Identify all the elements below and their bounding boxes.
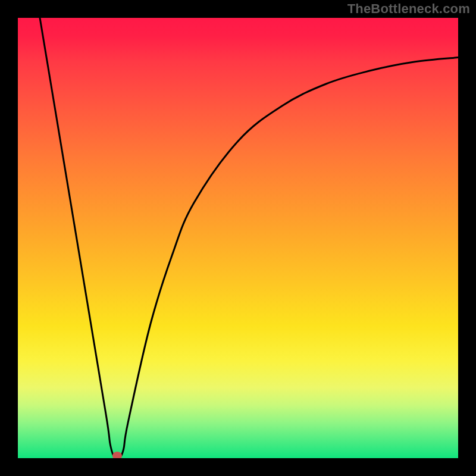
optimum-marker — [112, 452, 122, 458]
bottleneck-curve-path — [40, 18, 458, 458]
chart-frame: TheBottleneck.com — [0, 0, 476, 476]
curve-svg — [18, 18, 458, 458]
plot-area — [18, 18, 458, 458]
watermark-text: TheBottleneck.com — [347, 1, 470, 17]
